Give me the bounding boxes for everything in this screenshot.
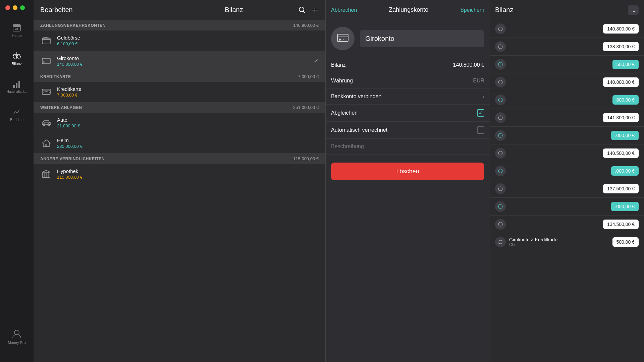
svg-point-44: [498, 222, 502, 226]
plus-icon: [311, 6, 319, 14]
account-info-auto: Auto 21.000,00 €: [57, 117, 319, 128]
chevron-right-icon: ›: [483, 94, 484, 100]
sidebar-bottom: Money Pro: [8, 326, 25, 355]
trans-row-left: [495, 219, 509, 230]
credit-icon: [40, 86, 52, 98]
form-row-beschreibung[interactable]: [326, 139, 490, 155]
sidebar: 31 Heute Bilanz Haushaltspl... Berichte: [0, 0, 34, 362]
account-balance: 7.000,00 €: [57, 93, 319, 98]
topbar-actions: [299, 6, 319, 14]
form-row-wahrung[interactable]: Währung EUR: [326, 73, 490, 89]
trans-icon: [495, 201, 506, 212]
trans-row[interactable]: .000,00 €: [490, 198, 644, 216]
trans-amount: 138.300,00 €: [603, 42, 639, 51]
sidebar-item-user[interactable]: Money Pro: [8, 326, 25, 347]
close-button[interactable]: [5, 5, 10, 10]
account-row-heim[interactable]: Heim 230.000,00 €: [34, 133, 325, 154]
minimize-button[interactable]: [13, 5, 17, 10]
cancel-button[interactable]: Abbrechen: [331, 7, 357, 13]
transfer-icon: [495, 237, 506, 247]
trans-row[interactable]: 140.800,00 €: [490, 73, 644, 91]
account-balance: 21.000,00 €: [57, 123, 319, 128]
trans-row[interactable]: 134.500,00 €: [490, 216, 644, 233]
trans-amount: 140.800,00 €: [603, 24, 639, 34]
maximize-button[interactable]: [20, 5, 25, 10]
transactions-list: 140.800,00 € 138.300,00 € 500,00 €: [490, 20, 644, 362]
save-button[interactable]: Speichern: [460, 7, 484, 13]
more-options-button[interactable]: ...: [628, 5, 639, 15]
form-row-abgleichen[interactable]: Abgleichen: [326, 105, 490, 122]
svg-rect-15: [42, 38, 50, 44]
section-andere-verbindlichkeiten: ANDERE VERBINDLICHKEITEN 115.000,00 €: [34, 154, 325, 164]
trans-amount: 500,00 €: [612, 237, 639, 247]
account-name: Heim: [57, 137, 319, 143]
sidebar-item-today[interactable]: 31 Heute: [0, 20, 34, 40]
svg-point-32: [343, 39, 344, 40]
sidebar-item-haushaltsplan[interactable]: Haushaltspl...: [0, 76, 34, 96]
trans-icon: [495, 219, 506, 230]
account-info-kreditkarte: Kreditkarte 7.000,00 €: [57, 86, 319, 98]
trans-row[interactable]: .000,00 €: [490, 127, 644, 144]
form-row-automatisch[interactable]: Automatisch verrechnet: [326, 122, 490, 139]
form-row-bankkonto[interactable]: Bankkonto verbinden ›: [326, 89, 490, 105]
account-name: Kreditkarte: [57, 86, 319, 92]
trans-row[interactable]: 140.800,00 €: [490, 20, 644, 38]
account-row-kreditkarte[interactable]: Kreditkarte 7.000,00 €: [34, 82, 325, 102]
trans-icon: [495, 41, 506, 52]
trans-row-left: [495, 77, 509, 87]
edit-panel: Abbrechen Zahlungskonto Speichern Bilanz…: [325, 0, 490, 362]
trans-icon: [495, 183, 506, 194]
form-row-bilanz[interactable]: Bilanz 140.800,00 €: [326, 57, 490, 73]
svg-text:31: 31: [15, 27, 18, 31]
account-balance: 140.800,00 €: [57, 62, 314, 67]
account-row-geldborse[interactable]: Geldbörse 6.100,00 €: [34, 31, 325, 51]
automatisch-checkbox[interactable]: [477, 126, 484, 134]
trans-actions: ...: [628, 5, 639, 15]
sidebar-item-bilanz[interactable]: Bilanz: [0, 48, 34, 68]
description-input[interactable]: [331, 143, 484, 149]
edit-account-header: [326, 20, 490, 57]
house-icon: [40, 137, 52, 149]
trans-icon: [495, 166, 506, 176]
svg-rect-26: [46, 173, 47, 177]
trans-icon: [495, 59, 506, 70]
trans-title: Bilanz: [495, 6, 513, 14]
field-label: Bilanz: [331, 62, 346, 68]
delete-button[interactable]: Löschen: [331, 163, 484, 180]
account-row-auto[interactable]: Auto 21.000,00 €: [34, 113, 325, 133]
trans-amount: .000,00 €: [611, 131, 639, 140]
transactions-panel: Bilanz ... 140.800,00 € 138.300,00 €: [490, 0, 644, 362]
account-row-hypothek[interactable]: Hypothek 115.000,00 €: [34, 164, 325, 184]
account-info-geldborse: Geldbörse 6.100,00 €: [57, 35, 319, 46]
svg-point-6: [17, 55, 20, 58]
account-icon-circle[interactable]: [331, 27, 355, 50]
trans-row[interactable]: 137.500,00 €: [490, 180, 644, 198]
trans-row-left: [495, 59, 509, 70]
account-info-heim: Heim 230.000,00 €: [57, 137, 319, 149]
edit-button[interactable]: Bearbeiten: [40, 6, 169, 14]
trans-row[interactable]: 500,00 €: [490, 56, 644, 73]
trans-row[interactable]: .000,00 €: [490, 162, 644, 180]
sidebar-item-label: Heute: [12, 34, 21, 38]
sidebar-item-label: Haushaltspl...: [7, 90, 27, 94]
svg-rect-19: [42, 89, 50, 95]
svg-point-43: [498, 204, 502, 208]
window-controls: [5, 5, 25, 10]
account-name-input[interactable]: [360, 30, 484, 47]
trans-row[interactable]: 141.300,00 €: [490, 109, 644, 127]
trans-row[interactable]: 138.300,00 €: [490, 38, 644, 56]
field-value: EUR: [473, 78, 484, 84]
account-row-girokonto[interactable]: Girokonto 140.800,00 € ✓: [34, 51, 325, 71]
trans-row-girokonto-kreditkarte[interactable]: Girokonto > Kreditkarte Chi... 500,00 €: [490, 233, 644, 251]
trans-row[interactable]: 800,00 €: [490, 91, 644, 109]
account-info-girokonto: Girokonto 140.800,00 €: [57, 55, 314, 67]
section-weitere-anlagen: WEITERE ANLAGEN 251.000,00 €: [34, 102, 325, 113]
abgleichen-checkbox[interactable]: [477, 109, 484, 117]
trans-row[interactable]: 140.500,00 €: [490, 144, 644, 162]
sidebar-item-berichte[interactable]: Berichte: [0, 104, 34, 124]
add-button[interactable]: [311, 6, 319, 14]
trans-sub: Chi...: [509, 242, 557, 247]
search-button[interactable]: [299, 6, 306, 14]
account-name: Geldbörse: [57, 35, 319, 41]
section-total: 7.000,00 €: [298, 74, 319, 79]
